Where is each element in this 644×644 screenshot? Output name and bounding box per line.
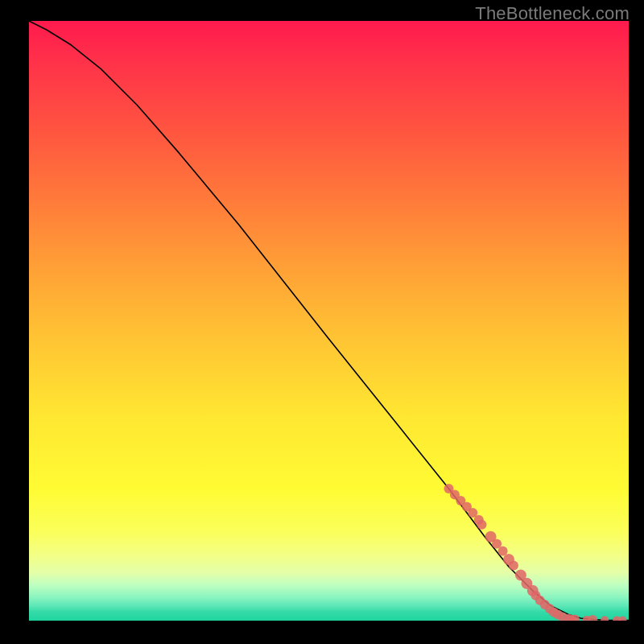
marker-dot: [601, 616, 609, 621]
line-series-curve: [29, 21, 629, 621]
marker-dot: [509, 561, 518, 571]
plot-area: [29, 21, 629, 621]
marker-dot: [588, 615, 597, 621]
marker-cluster: [444, 484, 627, 621]
marker-dot: [619, 617, 627, 621]
chart-stage: TheBottleneck.com: [0, 0, 644, 644]
marker-dot: [477, 520, 487, 530]
chart-svg: [29, 21, 629, 621]
